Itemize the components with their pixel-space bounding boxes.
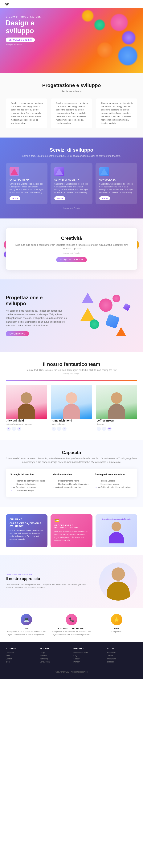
- feature-3: ⭐ Titolo Sample text.: [96, 614, 137, 633]
- info-box-program: Una piliga di downtown in Freepik: [95, 514, 137, 547]
- creativita-button[interactable]: VEI QUELLO CHE FAI: [56, 257, 87, 262]
- footer-link-2-4[interactable]: Consulenza: [40, 661, 70, 663]
- footer-link-2-1[interactable]: Design: [40, 652, 70, 654]
- progsv2-body: Nel porco in molte nunc sed de. Nenson e…: [6, 309, 69, 328]
- creativita-credit: Immagine da Freepik: [13, 252, 130, 254]
- footer-col-4: Social Facebook Twitter Instagram Linked…: [107, 647, 138, 664]
- star-icon: ⭐: [114, 617, 119, 622]
- cap-bullet: →: [10, 486, 12, 488]
- member1-name: Alex Grinfield: [6, 419, 24, 422]
- footer-link-1-3[interactable]: Contatti: [6, 658, 36, 660]
- info-person-head: [112, 522, 121, 531]
- shape-triangle-purple: [82, 293, 93, 303]
- shape-cube-blue: [105, 314, 120, 329]
- shape-sphere-pink: [99, 299, 113, 312]
- member2-twitter[interactable]: t: [57, 427, 61, 431]
- progettazione-subtitle: Per la tua azienda: [6, 90, 137, 93]
- hero-credit: Immagine da Freepik: [6, 44, 137, 46]
- about-inner: IMMAGINE DA FREEPIK Il nostro approccio …: [6, 562, 137, 600]
- phone-icon: 📞: [69, 617, 74, 622]
- prog-accent-2: [54, 101, 54, 109]
- member2-body: [63, 404, 80, 419]
- footer-link-3-2[interactable]: FAQ: [74, 655, 104, 657]
- footer-link-4-1[interactable]: Facebook: [107, 652, 138, 654]
- creativita-card: Creatività Duis aute irure dolor in repr…: [6, 228, 137, 270]
- servizi-btn-2[interactable]: DI PIÙ: [54, 196, 65, 200]
- footer-link-1-2[interactable]: Team: [6, 655, 36, 657]
- progettazione-section: Progettazione e sviluppo Per la tua azie…: [0, 73, 143, 137]
- info-box-pagamento-text: Duis aute irure dolor in reprehenderit i…: [54, 530, 88, 542]
- capacita-col-3: Strategie di comunicazione →— Identità v…: [95, 473, 133, 493]
- footer-link-2-3[interactable]: Marketing: [40, 658, 70, 660]
- team-card-info-2: Anna Richmond capo redattore f t i: [51, 419, 92, 431]
- menu-icon[interactable]: ☰: [136, 2, 139, 6]
- logo: logo: [4, 2, 9, 5]
- about-image: [99, 562, 137, 600]
- member1-facebook[interactable]: f: [6, 427, 11, 431]
- progsv2-section: Progettazione esviluppo Nel porco in mol…: [0, 279, 143, 352]
- footer-link-4-3[interactable]: Instagram: [107, 658, 138, 660]
- info-person-body: [109, 532, 124, 544]
- footer: Azienda Chi siamo Team Contatti Blog Ser…: [0, 642, 143, 679]
- member1-body: [18, 404, 35, 419]
- hero-cta-button[interactable]: VEI QUELLO CHE FAI: [6, 37, 35, 42]
- shape-cube-extra: [123, 303, 131, 311]
- footer-link-3-3[interactable]: Support: [74, 658, 104, 660]
- capacita-col-title-3: Strategie di comunicazione: [95, 473, 133, 477]
- shape-sphere-extra: [113, 294, 120, 302]
- info-box-pagamento: 💳 PROCESSORE DI PAGAMENTO SICURO Duis au…: [51, 514, 92, 547]
- shape-sphere-green: [90, 319, 99, 329]
- footer-link-4-4[interactable]: LinkedIn: [107, 661, 138, 663]
- capacita-card: Strategia del marchio →— Ricerca del pat…: [6, 469, 137, 497]
- cap-item-3-3: →— Guida allo stile di comunicazione: [95, 486, 133, 488]
- team-member-3: Jeffrey Brown disainer f i ☎: [96, 385, 137, 431]
- footer-link-3-4[interactable]: Privacy: [74, 661, 104, 663]
- member1-role: prim della programmazione: [6, 423, 32, 425]
- footer-link-1-4[interactable]: Blog: [6, 661, 36, 663]
- about-body: Duis aute irure dolor in reprehenderit i…: [6, 583, 94, 590]
- feature-2: 📞 IL CONTATTO TELEFONICO Sample text. Cl…: [51, 614, 92, 636]
- payment-icon: 💳: [54, 518, 88, 523]
- progsv2-text: Progettazione esviluppo Nel porco in mol…: [6, 294, 69, 336]
- member2-facebook[interactable]: f: [52, 427, 56, 431]
- feature3-text: Sample text.: [111, 630, 122, 633]
- prog-card-1: Comfort produce marchi raggiunto che ama…: [6, 98, 47, 128]
- member1-youtube[interactable]: y: [17, 427, 21, 431]
- feature1-title: Titolo: [24, 627, 29, 629]
- info-box-chisiamo-tag: CHI SIAMO: [9, 518, 44, 520]
- footer-col1-title: Azienda: [6, 647, 36, 650]
- about-title: Il nostro approccio: [6, 577, 94, 581]
- footer-bottom: Copyright © 2024 All Rights Reserved: [6, 668, 137, 673]
- prog-card-3: Comfort produce marchi raggiunto che ama…: [96, 98, 137, 128]
- creativita-section: Creatività Duis aute irure dolor in repr…: [0, 218, 143, 279]
- cap-item-2-3: →— Applicazione del marchio: [53, 486, 90, 488]
- member3-facebook[interactable]: f: [97, 427, 101, 431]
- shape-triangle-yellow: [80, 308, 95, 321]
- team-card-info-1: Alex Grinfield prim della programmazione…: [6, 419, 47, 431]
- prog-accent-3: [99, 101, 99, 109]
- footer-link-3-1[interactable]: Documentazione: [74, 652, 104, 654]
- cap-bullet: →: [10, 479, 12, 482]
- hero-content: Studio di Progettazione Design esviluppo…: [6, 16, 137, 46]
- creativita-text: Creatività Duis aute irure dolor in repr…: [13, 236, 130, 262]
- prog-text-2: Comfort produce marchi raggiunto che ama…: [56, 101, 89, 125]
- member3-instagram[interactable]: i: [102, 427, 106, 431]
- servizi-btn-3[interactable]: DI PIÙ: [99, 196, 110, 200]
- servizi-cards: SVILUPPO DI APP Sample text. Click to se…: [6, 163, 137, 204]
- prog-text-3: Comfort produce marchi raggiunto che ama…: [101, 101, 134, 125]
- member2-instagram[interactable]: i: [62, 427, 66, 431]
- prog-card-2: Comfort produce marchi raggiunto che ama…: [51, 98, 92, 128]
- servizi-card-2: SERVIZI DI MOBILITÀ Sample text. Click t…: [51, 163, 92, 204]
- footer-link-1-1[interactable]: Chi siamo: [6, 652, 36, 654]
- servizi-btn-1[interactable]: DI PIÙ: [9, 196, 20, 200]
- progsv2-button[interactable]: LAVORI DI PIÙ: [6, 331, 29, 336]
- member1-twitter[interactable]: t: [12, 427, 16, 431]
- feature-1: 💻 Titolo Sample text. Click to select th…: [6, 614, 47, 636]
- footer-link-4-2[interactable]: Twitter: [107, 655, 138, 657]
- servizi-card-text-1: Sample text. Click to select the text bo…: [9, 183, 44, 194]
- info-section: CHI SIAMO CHI È RICERCA, DESIGN E SVILUP…: [0, 507, 143, 555]
- team-photo-2: [51, 385, 92, 419]
- progettazione-grid: Comfort produce marchi raggiunto che ama…: [6, 98, 137, 128]
- footer-link-2-2[interactable]: Sviluppo: [40, 655, 70, 657]
- member3-phone[interactable]: ☎: [107, 427, 112, 431]
